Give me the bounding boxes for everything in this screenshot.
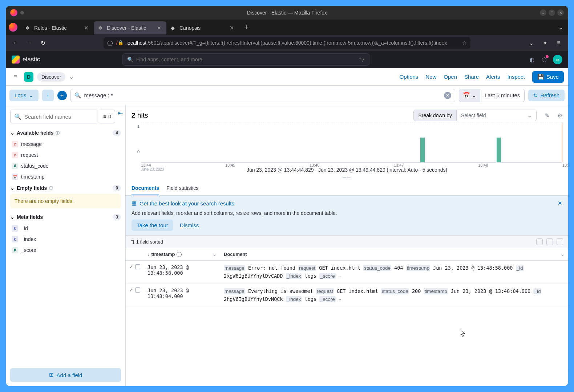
kibana-icon: ❄: [98, 25, 104, 31]
now-marker: [562, 123, 562, 162]
global-search[interactable]: 🔍 ^/: [122, 53, 369, 66]
sort-status[interactable]: 1 field sorted: [136, 239, 163, 245]
display-options-button[interactable]: [536, 238, 543, 245]
field-item[interactable]: #status_code: [10, 160, 121, 171]
available-fields-header[interactable]: ⌄ Available fields ⓘ 4: [10, 127, 121, 139]
help-icon[interactable]: ◐: [528, 56, 535, 63]
field-type-icon: #: [12, 247, 18, 253]
user-avatar[interactable]: e: [553, 55, 562, 64]
add-filter-button[interactable]: +: [57, 91, 67, 100]
fullscreen-button[interactable]: [557, 238, 563, 245]
column-timestamp[interactable]: ↓ timestamp ⌄: [144, 248, 220, 260]
breakdown-select[interactable]: Select field ⌄: [457, 110, 537, 121]
field-item[interactable]: #_score: [10, 245, 121, 256]
back-button[interactable]: ←: [10, 38, 20, 48]
column-document[interactable]: Document ⌄: [220, 248, 568, 260]
close-callout-button[interactable]: ✕: [558, 200, 562, 207]
refresh-label: Refresh: [540, 92, 559, 98]
browser-tab[interactable]: ❄ Discover - Elastic ✕: [94, 21, 166, 34]
chevron-down-icon: ⌄: [10, 185, 15, 191]
chevron-down-icon[interactable]: ⌄: [69, 73, 74, 80]
chevron-down-icon[interactable]: ⌄: [561, 252, 565, 257]
field-count-badge: 4: [113, 130, 121, 136]
open-link[interactable]: Open: [444, 74, 457, 80]
elastic-logo[interactable]: elastic: [12, 56, 40, 64]
expand-row-button[interactable]: ⤢: [129, 287, 133, 293]
tab-field-statistics[interactable]: Field statistics: [166, 181, 198, 195]
new-link[interactable]: New: [425, 74, 436, 80]
filter-button[interactable]: ⫶: [42, 90, 54, 101]
options-link[interactable]: Options: [400, 74, 419, 80]
field-search-input[interactable]: [24, 114, 93, 120]
canopsis-icon: ◆: [171, 25, 177, 31]
forward-button[interactable]: →: [24, 38, 34, 48]
x-tick: 13:48: [478, 163, 488, 167]
browser-tab[interactable]: ◆ Canopsis ✕: [166, 21, 239, 34]
histogram-chart[interactable]: 1 0 13:4413:4513:4613:4713:4813:49June 2…: [132, 123, 562, 163]
date-picker-button[interactable]: 📅 ⌄: [459, 89, 480, 102]
edit-visualization-button[interactable]: ✎: [545, 112, 549, 119]
extensions-icon[interactable]: ✦: [540, 38, 550, 48]
share-link[interactable]: Share: [464, 74, 479, 80]
save-button[interactable]: 💾 Save: [532, 71, 564, 83]
field-search-input-wrapper[interactable]: 🔍: [10, 110, 97, 123]
kql-input[interactable]: 🔍 message : * ✕: [70, 89, 455, 102]
news-icon[interactable]: ⬡: [541, 56, 548, 63]
breadcrumb-pill[interactable]: Discover: [37, 72, 65, 82]
field-item[interactable]: k_index: [10, 234, 121, 245]
histogram-bar[interactable]: [497, 138, 501, 162]
elastic-header: elastic 🔍 ^/ ◐ ⬡ e: [6, 51, 568, 68]
dismiss-callout-button[interactable]: Dismiss: [180, 222, 199, 228]
close-window-button[interactable]: ✕: [557, 9, 564, 16]
field-item[interactable]: tmessage: [10, 139, 121, 150]
reload-button[interactable]: ↻: [38, 38, 48, 48]
field-item[interactable]: trequest: [10, 150, 121, 160]
table-row[interactable]: ⤢ Jun 23, 2023 @ 13:48:58.000 message Er…: [126, 261, 568, 284]
tabs-dropdown-button[interactable]: ⌄: [558, 24, 568, 31]
bookmark-star-icon[interactable]: ☆: [462, 40, 467, 46]
close-tab-button[interactable]: ✕: [84, 25, 89, 31]
inspect-link[interactable]: Inspect: [507, 74, 525, 80]
dataview-selector[interactable]: Logs ⌄: [9, 90, 39, 101]
chart-plot-area[interactable]: 13:4413:4513:4613:4713:4813:49June 23, 2…: [141, 123, 562, 163]
row-checkbox[interactable]: [135, 287, 140, 293]
table-row[interactable]: ⤢ Jun 23, 2023 @ 13:48:04.000 message Ev…: [126, 284, 568, 307]
expand-row-button[interactable]: ⤢: [129, 264, 133, 269]
menu-button[interactable]: ≡: [554, 38, 564, 48]
browser-tab[interactable]: ❄ Rules - Elastic ✕: [21, 21, 94, 34]
tab-documents[interactable]: Documents: [132, 181, 159, 195]
take-tour-button[interactable]: Take the tour: [132, 220, 173, 231]
chart-settings-button[interactable]: ⚙: [557, 112, 562, 119]
field-name: _score: [21, 247, 36, 253]
collapse-sidebar-button[interactable]: ⇤: [118, 110, 123, 117]
meta-fields-header[interactable]: ⌄ Meta fields 3: [10, 211, 121, 223]
section-label: Available fields: [17, 130, 53, 136]
nav-toggle-button[interactable]: ≡: [10, 72, 20, 82]
refresh-button[interactable]: ↻ Refresh: [528, 90, 565, 101]
row-checkbox[interactable]: [135, 264, 140, 269]
callout-subtitle: Add relevant fields, reorder and sort co…: [132, 210, 562, 216]
chevron-down-icon[interactable]: ⌄: [213, 252, 217, 257]
global-search-input[interactable]: [136, 57, 356, 62]
cell-document: message Error: not found request GET ind…: [220, 261, 568, 283]
resize-handle[interactable]: ══: [126, 174, 568, 181]
minimize-button[interactable]: ⌄: [540, 9, 546, 16]
new-tab-button[interactable]: +: [241, 22, 252, 33]
url-bar[interactable]: ◯ ⧸🔒 localhost:5601/app/discover#/?_g=(f…: [104, 37, 470, 49]
field-item[interactable]: k_id: [10, 223, 121, 234]
maximize-button[interactable]: ⌃: [549, 9, 555, 16]
histogram-bar[interactable]: [420, 138, 425, 162]
close-tab-button[interactable]: ✕: [156, 25, 162, 31]
close-tab-button[interactable]: ✕: [229, 25, 235, 31]
clear-query-button[interactable]: ✕: [444, 92, 451, 99]
calendar-icon: 📅: [463, 92, 470, 99]
time-range-label[interactable]: Last 5 minutes: [480, 89, 525, 102]
field-item[interactable]: 📅timestamp: [10, 171, 121, 182]
pocket-icon[interactable]: ⌄: [526, 38, 536, 48]
field-filter-button[interactable]: ≡ 0: [100, 110, 115, 123]
add-field-button[interactable]: ⊞ Add a field: [10, 368, 121, 382]
alerts-link[interactable]: Alerts: [486, 74, 500, 80]
chevron-down-icon: ⌄: [472, 92, 476, 99]
density-button[interactable]: [546, 238, 553, 245]
empty-fields-header[interactable]: ⌄ Empty fields ⓘ 0: [10, 182, 121, 194]
